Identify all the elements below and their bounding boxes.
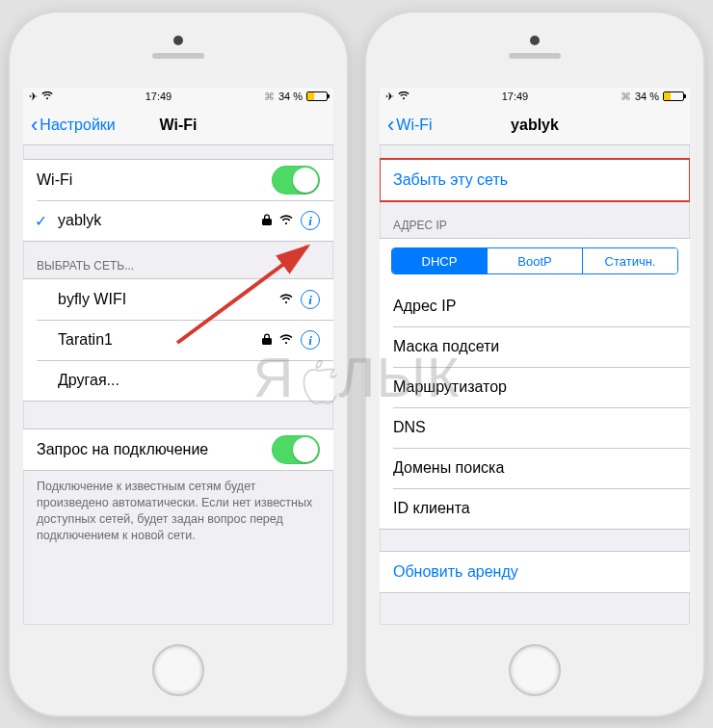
network-row-byfly[interactable]: byfly WIFI i	[23, 279, 333, 320]
wifi-status-icon	[41, 91, 53, 102]
iphone-right: ✈ 17:49 ⌘ 34 % ‹ Wi-Fi yablyk	[366, 13, 703, 715]
connected-network-row[interactable]: ✓ yablyk i	[23, 200, 333, 241]
screen-left: ✈ 17:49 ⌘ 34 % ‹ Настройки Wi-Fi	[23, 88, 333, 625]
wifi-toggle-row[interactable]: Wi-Fi	[23, 160, 333, 200]
wifi-signal-icon	[279, 212, 293, 229]
ask-to-join-row[interactable]: Запрос на подключение	[23, 429, 333, 470]
seg-dhcp[interactable]: DHCP	[392, 248, 487, 273]
network-row-taratin[interactable]: Taratin1 i	[23, 320, 333, 360]
ip-address-row[interactable]: Адрес IP	[380, 286, 690, 326]
network-name: byfly WIFI	[37, 291, 279, 308]
battery-icon	[306, 91, 328, 101]
airplane-icon: ✈	[29, 91, 38, 103]
ip-mode-segmented[interactable]: DHCP BootP Статичн.	[391, 247, 678, 274]
wifi-toggle[interactable]	[272, 166, 320, 195]
checkmark-icon: ✓	[35, 212, 47, 230]
renew-lease-group: Обновить аренду	[380, 551, 690, 593]
subnet-mask-row[interactable]: Маска подсети	[380, 326, 690, 367]
status-time: 17:49	[145, 91, 172, 102]
speaker	[509, 53, 561, 59]
chevron-left-icon: ‹	[387, 115, 394, 136]
wifi-status-icon	[398, 91, 409, 102]
status-time: 17:49	[502, 91, 529, 102]
renew-lease-row[interactable]: Обновить аренду	[380, 552, 690, 592]
chevron-left-icon: ‹	[31, 115, 38, 136]
client-id-row[interactable]: ID клиента	[380, 488, 690, 529]
renew-label: Обновить аренду	[393, 563, 676, 581]
battery-icon	[663, 91, 684, 101]
page-title: yablyk	[511, 117, 559, 134]
router-row[interactable]: Маршрутизатор	[380, 367, 690, 407]
network-list: byfly WIFI i Taratin1 i Другая...	[23, 278, 333, 402]
choose-network-header: ВЫБРАТЬ СЕТЬ...	[23, 242, 333, 278]
lock-icon	[262, 331, 272, 349]
status-bar: ✈ 17:49 ⌘ 34 %	[380, 88, 690, 105]
row-label: DNS	[393, 419, 676, 436]
ask-footer: Подключение к известным сетям будет прои…	[23, 471, 333, 558]
iphone-left: ✈ 17:49 ⌘ 34 % ‹ Настройки Wi-Fi	[10, 13, 347, 715]
info-icon[interactable]: i	[301, 330, 320, 350]
screen-right: ✈ 17:49 ⌘ 34 % ‹ Wi-Fi yablyk	[380, 88, 690, 625]
home-button[interactable]	[509, 644, 561, 696]
ask-toggle[interactable]	[272, 435, 320, 464]
ask-label: Запрос на подключение	[37, 441, 272, 458]
navbar: ‹ Wi-Fi yablyk	[380, 105, 690, 145]
status-bar: ✈ 17:49 ⌘ 34 %	[23, 88, 333, 105]
battery-text: 34 %	[278, 91, 303, 102]
seg-static[interactable]: Статичн.	[582, 248, 677, 273]
navbar: ‹ Настройки Wi-Fi	[23, 105, 333, 145]
back-label: Настройки	[40, 117, 115, 134]
ask-to-join-group: Запрос на подключение	[23, 429, 333, 471]
seg-bootp[interactable]: BootP	[487, 248, 582, 273]
page-title: Wi-Fi	[160, 117, 198, 134]
info-icon[interactable]: i	[301, 290, 320, 309]
dns-row[interactable]: DNS	[380, 407, 690, 448]
battery-text: 34 %	[635, 91, 659, 102]
ip-address-header: АДРЕС IP	[380, 201, 690, 238]
row-label: Домены поиска	[393, 459, 676, 477]
network-name: Taratin1	[37, 331, 262, 349]
wifi-signal-icon	[279, 331, 293, 349]
content: Wi-Fi ✓ yablyk i ВЫБРАТЬ СЕТЬ... byfly W…	[23, 145, 333, 625]
speaker	[152, 53, 204, 59]
forget-label: Забыть эту сеть	[393, 171, 676, 189]
search-domains-row[interactable]: Домены поиска	[380, 448, 690, 488]
wifi-toggle-label: Wi-Fi	[37, 171, 272, 189]
lock-icon	[262, 212, 272, 229]
wifi-toggle-group: Wi-Fi ✓ yablyk i	[23, 159, 333, 242]
airplane-icon: ✈	[385, 91, 394, 103]
back-label: Wi-Fi	[396, 117, 432, 134]
connected-network-name: yablyk	[37, 212, 262, 229]
ip-config-group: DHCP BootP Статичн. Адрес IP Маска подсе…	[380, 238, 690, 530]
content: Забыть эту сеть АДРЕС IP DHCP BootP Стат…	[380, 145, 690, 625]
row-label: Маска подсети	[393, 338, 676, 355]
wifi-signal-icon	[279, 291, 293, 308]
other-label: Другая...	[37, 372, 320, 389]
forget-network-row[interactable]: Забыть эту сеть	[380, 160, 690, 200]
forget-network-group: Забыть эту сеть	[380, 159, 690, 201]
bluetooth-icon: ⌘	[264, 91, 275, 103]
back-button[interactable]: ‹ Wi-Fi	[383, 105, 436, 144]
row-label: ID клиента	[393, 500, 676, 517]
back-button[interactable]: ‹ Настройки	[27, 105, 119, 144]
row-label: Адрес IP	[393, 298, 676, 315]
home-button[interactable]	[152, 644, 204, 696]
bluetooth-icon: ⌘	[621, 91, 631, 103]
other-network-row[interactable]: Другая...	[23, 360, 333, 401]
row-label: Маршрутизатор	[393, 378, 676, 396]
info-icon[interactable]: i	[301, 211, 320, 230]
